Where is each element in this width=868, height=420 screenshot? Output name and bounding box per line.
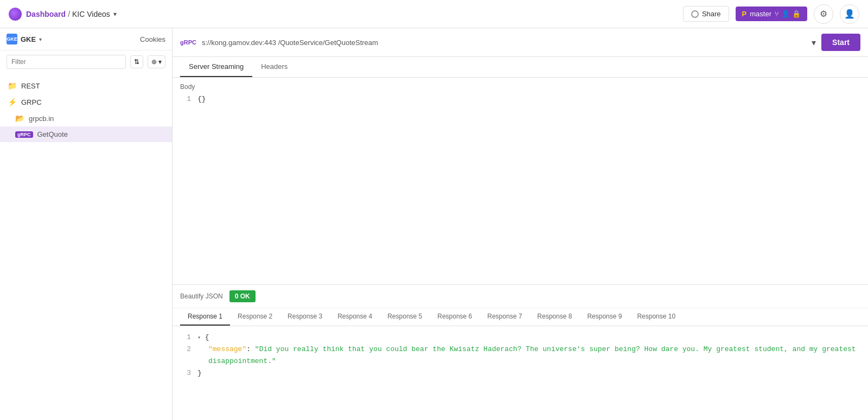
sidebar-item-rest[interactable]: 📁 REST [0, 78, 172, 94]
line-content: } [197, 367, 860, 379]
lock-icon: 🔒 [792, 10, 801, 18]
settings-button[interactable]: ⚙ [814, 4, 833, 24]
content-area: gRPC s://kong.gamov.dev:443 /QuoteServic… [173, 28, 868, 420]
body-editor[interactable]: 1 {} [180, 94, 860, 105]
resp-line-1: 1 ▾ { [180, 332, 860, 343]
response-tab-6[interactable]: Response 6 [430, 308, 480, 326]
topbar: Dashboard / KIC Videos ▾ Share P master … [0, 0, 868, 28]
master-p-icon: P [742, 10, 747, 18]
request-tabs: Server Streaming Headers [173, 57, 868, 78]
body-label: Body [180, 83, 860, 91]
beautify-row: Beautify JSON 0 OK [173, 285, 868, 308]
master-icons: ⑂ 👤 🔒 [775, 10, 801, 18]
response-tab-2[interactable]: Response 2 [230, 308, 280, 326]
breadcrumb: Dashboard / KIC Videos ▾ [26, 10, 117, 18]
request-area: Server Streaming Headers Body 1 {} [173, 57, 868, 285]
json-value: "Did you really think that you could bea… [208, 345, 856, 365]
sidebar-header: GKE GKE ▾ Cookies [0, 28, 172, 50]
ok-badge: 0 OK [229, 290, 256, 302]
grpc-badge: gRPC [180, 39, 196, 46]
request-bar: gRPC s://kong.gamov.dev:443 /QuoteServic… [173, 28, 868, 57]
main-layout: GKE GKE ▾ Cookies ⇅ ⊕ ▾ 📁 REST ⚡ GRPC 📂 … [0, 28, 868, 420]
json-key: "message" [208, 345, 246, 353]
gke-dropdown-arrow: ▾ [39, 36, 42, 42]
breadcrumb-dashboard[interactable]: Dashboard [26, 10, 66, 18]
share-icon [691, 10, 699, 18]
gke-icon: GKE [7, 34, 17, 44]
filter-input[interactable] [7, 55, 126, 69]
line-content: ▾ { [197, 332, 860, 343]
line-number: 2 [180, 343, 191, 367]
grpc-tag: gRPC [15, 131, 33, 138]
filter-add-button[interactable]: ⊕ ▾ [148, 55, 165, 68]
grid-icon: ⚡ [8, 98, 17, 106]
sidebar-item-grpc[interactable]: ⚡ GRPC [0, 94, 172, 110]
line-number: 1 [180, 332, 191, 343]
url-dropdown-button[interactable]: ▾ [812, 37, 816, 48]
gke-selector[interactable]: GKE GKE ▾ [7, 34, 42, 44]
topbar-right: Share P master ⑂ 👤 🔒 ⚙ 👤 [683, 4, 859, 24]
response-code: 1 ▾ { 2 "message": "Did you really think… [180, 332, 860, 379]
start-button[interactable]: Start [821, 34, 860, 51]
tab-headers[interactable]: Headers [252, 57, 296, 77]
line-number: 3 [180, 367, 191, 379]
topbar-left: Dashboard / KIC Videos ▾ [9, 8, 117, 21]
sidebar-item-getquote[interactable]: gRPC GetQuote [0, 126, 172, 142]
sidebar-filter-row: ⇅ ⊕ ▾ [0, 50, 172, 73]
breadcrumb-project[interactable]: KIC Videos [72, 10, 110, 18]
master-label: master [750, 10, 771, 18]
profile-button[interactable]: 👤 [840, 4, 859, 24]
beautify-label: Beautify JSON [180, 292, 223, 300]
folder-icon: 📁 [8, 81, 17, 90]
response-tab-8[interactable]: Response 8 [529, 308, 579, 326]
collapse-triangle[interactable]: ▾ [197, 335, 201, 341]
branch-icon: ⑂ [775, 10, 779, 18]
resp-line-2: 2 "message": "Did you really think that … [180, 343, 860, 367]
master-button[interactable]: P master ⑂ 👤 🔒 [736, 7, 807, 21]
line-number: 1 [180, 94, 191, 105]
response-tab-1[interactable]: Response 1 [180, 308, 230, 326]
response-body: 1 ▾ { 2 "message": "Did you really think… [173, 326, 868, 420]
share-label: Share [702, 10, 721, 18]
resp-line-3: 3 } [180, 367, 860, 379]
breadcrumb-separator: / [68, 10, 70, 18]
share-button[interactable]: Share [683, 6, 729, 22]
gke-label: GKE [21, 35, 36, 43]
user-icon: 👤 [781, 10, 790, 18]
body-section: Body 1 {} [173, 78, 868, 111]
app-logo [9, 8, 22, 21]
sidebar-item-label: REST [21, 82, 40, 90]
tab-server-streaming[interactable]: Server Streaming [180, 57, 252, 77]
response-tab-10[interactable]: Response 10 [629, 308, 683, 326]
line-content: "message": "Did you really think that yo… [197, 343, 860, 367]
folder-open-icon: 📂 [15, 114, 24, 123]
request-url[interactable]: s://kong.gamov.dev:443 /QuoteService/Get… [202, 39, 806, 47]
filter-sort-button[interactable]: ⇅ [130, 55, 143, 68]
sidebar-item-grpcb[interactable]: 📂 grpcb.in [0, 110, 172, 126]
sidebar-item-label: GRPC [21, 98, 42, 106]
response-tab-5[interactable]: Response 5 [380, 308, 430, 326]
response-tabs: Response 1 Response 2 Response 3 Respons… [173, 308, 868, 326]
gear-icon: ⚙ [820, 9, 827, 19]
line-content: {} [197, 94, 206, 105]
sidebar-item-label: grpcb.in [29, 114, 54, 123]
cookies-link[interactable]: Cookies [140, 35, 165, 43]
sidebar-item-label: GetQuote [37, 130, 68, 138]
response-tab-4[interactable]: Response 4 [330, 308, 380, 326]
response-tab-3[interactable]: Response 3 [280, 308, 330, 326]
response-tab-7[interactable]: Response 7 [480, 308, 529, 326]
code-line-1: 1 {} [180, 94, 860, 105]
sidebar: GKE GKE ▾ Cookies ⇅ ⊕ ▾ 📁 REST ⚡ GRPC 📂 … [0, 28, 173, 420]
sidebar-nav: 📁 REST ⚡ GRPC 📂 grpcb.in gRPC GetQuote [0, 73, 172, 420]
bottom-section: Beautify JSON 0 OK Response 1 Response 2… [173, 285, 868, 420]
response-tab-9[interactable]: Response 9 [579, 308, 629, 326]
breadcrumb-dropdown-button[interactable]: ▾ [113, 10, 117, 18]
profile-icon: 👤 [844, 9, 855, 19]
